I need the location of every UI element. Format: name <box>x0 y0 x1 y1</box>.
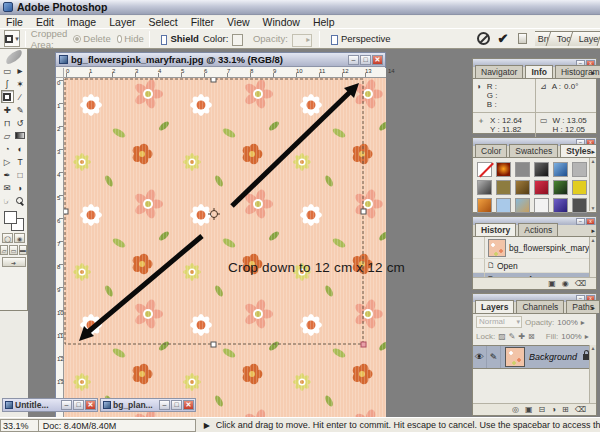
standard-screen-button[interactable]: ▱ <box>0 245 8 255</box>
menu-file[interactable]: File <box>6 16 23 28</box>
panel-menu-icon[interactable]: ▸ <box>591 227 595 235</box>
close-icon[interactable]: ✕ <box>183 400 194 410</box>
style-swatch-4[interactable] <box>534 162 549 177</box>
menu-edit[interactable]: Edit <box>36 16 54 28</box>
layer-row[interactable]: 👁 ✎ Background <box>473 345 596 369</box>
healing-brush-tool[interactable]: ✚ <box>1 103 14 116</box>
shield-color-swatch[interactable] <box>232 34 243 46</box>
imageready-button[interactable]: ➔ <box>2 257 26 267</box>
new-group-icon[interactable]: ⊟ <box>538 405 545 414</box>
blend-mode-dropdown[interactable]: Normal <box>476 316 522 328</box>
style-swatch-12[interactable] <box>572 180 587 195</box>
dodge-tool[interactable]: ◐ <box>14 142 27 155</box>
ruler-origin-box[interactable] <box>56 68 64 78</box>
eyedropper-tool[interactable]: ◗ <box>14 181 27 194</box>
document-size-readout[interactable]: Doc: 8.40M/8.40M <box>38 419 196 432</box>
slice-tool[interactable]: ∕ <box>14 90 27 103</box>
delete-radio-label[interactable]: Delete <box>83 33 110 44</box>
panel-menu-icon[interactable]: ▸ <box>591 69 595 77</box>
blur-tool[interactable]: ◔ <box>1 142 14 155</box>
lock-position-icon[interactable]: ✚ <box>518 332 525 341</box>
menu-image[interactable]: Image <box>67 16 96 28</box>
zoom-level-field[interactable]: 33.1% <box>0 419 38 432</box>
close-icon[interactable]: ✕ <box>372 55 383 65</box>
menu-view[interactable]: View <box>227 16 250 28</box>
history-source-checkbox[interactable] <box>473 237 485 258</box>
style-swatch-17[interactable] <box>553 198 568 213</box>
style-swatch-5[interactable] <box>553 162 568 177</box>
hide-radio[interactable] <box>117 35 122 43</box>
style-swatch-15[interactable] <box>515 198 530 213</box>
visibility-eye-icon[interactable]: 👁 <box>473 346 487 368</box>
current-tool-button[interactable]: ▾ <box>4 30 20 47</box>
menu-filter[interactable]: Filter <box>191 16 214 28</box>
style-swatch-11[interactable] <box>553 180 568 195</box>
crop-tool[interactable] <box>1 90 14 103</box>
scrollbar[interactable]: ▲▼ <box>589 158 596 211</box>
crop-marquee[interactable] <box>65 79 363 344</box>
layer-name[interactable]: Background <box>529 352 583 362</box>
style-swatch-9[interactable] <box>515 180 530 195</box>
menu-window[interactable]: Window <box>263 16 300 28</box>
file-browser-icon[interactable] <box>518 33 527 44</box>
status-menu-arrow-icon[interactable]: ▶ <box>204 421 210 430</box>
style-swatch-10[interactable] <box>534 180 549 195</box>
style-swatch-2[interactable] <box>496 162 511 177</box>
minimize-icon[interactable]: – <box>159 400 170 410</box>
type-tool[interactable]: T <box>14 155 27 168</box>
tab-info[interactable]: Info <box>525 65 553 78</box>
new-document-from-state-icon[interactable]: ▣ <box>548 279 556 288</box>
perspective-checkbox[interactable] <box>331 35 338 45</box>
style-swatch-8[interactable] <box>496 180 511 195</box>
adjustment-layer-icon[interactable]: ◑ <box>551 405 556 414</box>
history-item[interactable]: 🗋Open <box>473 259 589 273</box>
new-snapshot-icon[interactable]: ◉ <box>562 279 569 288</box>
gradient-tool[interactable] <box>14 129 27 142</box>
path-selection-tool[interactable]: ▷ <box>1 155 14 168</box>
style-swatch-13[interactable] <box>477 198 492 213</box>
tab-layers[interactable]: Layers <box>475 300 514 313</box>
delete-radio[interactable] <box>73 35 81 43</box>
minimized-document-2[interactable]: bg_plan...–□✕ <box>100 398 196 412</box>
tab-actions[interactable]: Actions <box>518 223 558 236</box>
tab-channels[interactable]: Channels <box>516 300 564 313</box>
maximize-icon[interactable]: □ <box>171 400 182 410</box>
crop-overlay[interactable] <box>64 78 386 417</box>
clone-stamp-tool[interactable]: ⊓ <box>1 116 14 129</box>
delete-state-icon[interactable]: ⌫ <box>575 279 586 288</box>
minimized-document-1[interactable]: Untitle...–□✕ <box>2 398 98 412</box>
lock-all-icon[interactable]: ⊠ <box>528 332 535 341</box>
menu-help[interactable]: Help <box>313 16 335 28</box>
tab-swatches[interactable]: Swatches <box>509 144 558 157</box>
style-swatch-6[interactable] <box>572 162 587 177</box>
eraser-tool[interactable]: ▱ <box>1 129 14 142</box>
palette-well-tab-layer-comps[interactable]: Layer Comps <box>568 31 600 46</box>
history-item[interactable]: bg_flowerspink_maryfran... <box>473 237 589 259</box>
shield-checkbox[interactable] <box>161 35 168 45</box>
new-layer-icon[interactable]: ⊞ <box>562 405 569 414</box>
zoom-tool[interactable] <box>14 194 27 207</box>
scrollbar[interactable]: ▲▼ <box>589 345 596 407</box>
style-swatch-1[interactable] <box>477 162 492 177</box>
crop-center-mark[interactable] <box>208 208 220 220</box>
tab-navigator[interactable]: Navigator <box>475 65 523 78</box>
tab-history[interactable]: History <box>475 223 516 236</box>
maximize-icon[interactable]: □ <box>360 55 371 65</box>
delete-layer-icon[interactable]: ⌫ <box>575 405 586 414</box>
commit-crop-icon[interactable]: ✔ <box>498 31 509 46</box>
style-swatch-16[interactable] <box>534 198 549 213</box>
brush-tool[interactable]: ✎ <box>14 103 27 116</box>
panel-menu-icon[interactable]: ▸ <box>591 148 595 156</box>
opacity-dropdown[interactable] <box>292 34 312 47</box>
quick-mask-mode-button[interactable]: ◉ <box>14 233 25 243</box>
layer-mask-icon[interactable]: ▣ <box>525 405 533 414</box>
horizontal-ruler[interactable]: 01234567891011121314 <box>64 68 386 78</box>
layer-style-icon[interactable]: ◎ <box>512 405 519 414</box>
lock-transparency-icon[interactable]: ▨ <box>498 332 506 341</box>
history-source-checkbox[interactable] <box>473 259 485 272</box>
style-swatch-18[interactable] <box>572 198 587 213</box>
cancel-crop-icon[interactable] <box>477 32 490 45</box>
history-brush-tool[interactable]: ↺ <box>14 116 27 129</box>
menu-layer[interactable]: Layer <box>109 16 135 28</box>
vertical-ruler[interactable]: 012345678910111213 <box>56 78 64 417</box>
